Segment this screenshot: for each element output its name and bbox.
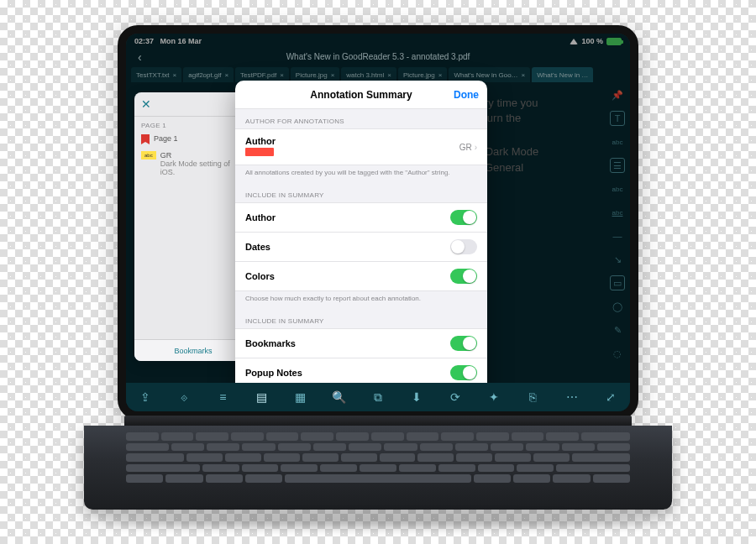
bookmark-icon <box>141 134 150 144</box>
outline-close-button[interactable]: ✕ <box>141 97 151 111</box>
toggle-dates[interactable] <box>450 239 477 254</box>
modal-title: Annotation Summary <box>310 89 412 101</box>
group-footer-author: All annotations created by you will be t… <box>235 165 487 183</box>
page-icon[interactable]: ⧉ <box>369 388 387 406</box>
outline-icon[interactable]: ≡ <box>213 388 232 406</box>
bookmarks-icon[interactable]: ▤ <box>252 388 270 406</box>
bottom-toolbar: ⇪ ⟐ ≡ ▤ ▦ 🔍 ⧉ ⬇ ⟳ ✦ ⎘ ⋯ ⤢ <box>126 383 630 411</box>
modal-body[interactable]: AUTHOR FOR ANNOTATIONS Author GR › All a… <box>235 109 487 410</box>
include-colors-cell: Colors <box>235 262 487 291</box>
crop-icon[interactable]: ⟐ <box>175 388 193 406</box>
toggle-bookmarks[interactable] <box>450 336 477 351</box>
app-screen: 02:37 Mon 16 Mar 100 % ‹ What's New in G… <box>126 34 630 411</box>
export-icon[interactable]: ⎘ <box>523 388 542 406</box>
fullscreen-icon[interactable]: ⤢ <box>601 388 620 406</box>
grid-icon[interactable]: ▦ <box>291 388 310 406</box>
author-redacted-value <box>245 148 274 156</box>
ipad-keyboard <box>84 416 672 520</box>
group-header-include1: INCLUDE IN SUMMARY <box>235 183 487 202</box>
insert-icon[interactable]: ⬇ <box>407 388 426 406</box>
more-icon[interactable]: ⋯ <box>563 388 581 406</box>
highlight-icon: abc <box>141 151 156 160</box>
toggle-colors[interactable] <box>450 269 477 284</box>
outline-tab-bookmarks[interactable]: Bookmarks <box>134 339 252 361</box>
group-header-author: AUTHOR FOR ANNOTATIONS <box>235 109 487 128</box>
modal-header: Annotation Summary Done <box>235 81 487 109</box>
outline-panel: ✕ A PAGE 1 Page 1 abc GR Dark Mode setti… <box>134 92 252 361</box>
outline-section-header: PAGE 1 <box>134 117 252 131</box>
annotation-row[interactable]: abc GR Dark Mode setting of iOS. <box>134 148 252 180</box>
toggle-author[interactable] <box>450 210 477 225</box>
search-icon[interactable]: 🔍 <box>330 388 349 406</box>
bookmark-row[interactable]: Page 1 <box>134 131 252 148</box>
done-button[interactable]: Done <box>454 89 479 101</box>
toggle-popup-notes[interactable] <box>450 365 477 380</box>
group-footer-include1: Choose how much exactly to report about … <box>235 291 487 309</box>
rotate-icon[interactable]: ⟳ <box>446 388 465 406</box>
include-author-cell: Author <box>235 202 487 233</box>
author-cell[interactable]: Author GR › <box>235 128 487 165</box>
annotation-summary-modal: Annotation Summary Done AUTHOR FOR ANNOT… <box>235 81 487 410</box>
settings-icon[interactable]: ✦ <box>485 388 503 406</box>
include-bookmarks-cell: Bookmarks <box>235 328 487 358</box>
chevron-right-icon: › <box>475 143 477 152</box>
include-dates-cell: Dates <box>235 233 487 262</box>
annotation-text: GR Dark Mode setting of iOS. <box>160 151 245 176</box>
author-label: Author <box>245 136 276 146</box>
ipad-device: 02:37 Mon 16 Mar 100 % ‹ What's New in G… <box>118 25 638 420</box>
group-header-include2: INCLUDE IN SUMMARY <box>235 309 487 328</box>
bookmark-label: Page 1 <box>154 134 178 143</box>
share-icon[interactable]: ⇪ <box>136 388 155 406</box>
author-value: GR › <box>459 143 477 152</box>
